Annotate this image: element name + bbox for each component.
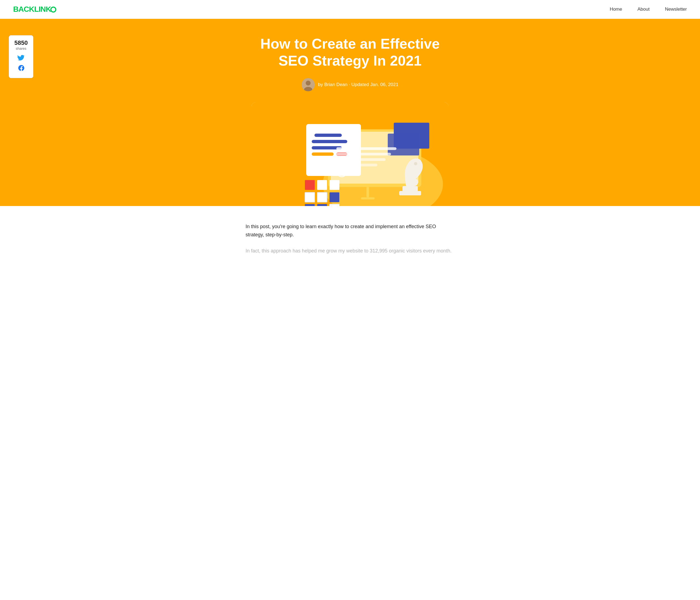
intro-paragraph: In this post, you're going to learn exac… [246, 223, 454, 239]
svg-rect-32 [305, 204, 315, 206]
nav-newsletter[interactable]: Newsletter [665, 6, 687, 12]
svg-rect-21 [367, 187, 369, 197]
hero-inner: How to Create an Effective SEO Strategy … [232, 35, 468, 206]
hero-illustration-wrapper [252, 102, 448, 206]
svg-rect-34 [329, 204, 339, 206]
share-label: shares [14, 47, 28, 51]
svg-rect-9 [312, 140, 347, 143]
svg-rect-28 [329, 180, 339, 190]
site-header: BACKLINK Home About Newsletter [0, 0, 700, 19]
hero-illustration [252, 102, 448, 206]
svg-rect-27 [317, 180, 327, 190]
svg-rect-26 [305, 180, 315, 190]
nav-home[interactable]: Home [610, 6, 622, 12]
hero-section: 5850 shares How to Create an Effective S… [0, 19, 700, 206]
svg-rect-22 [361, 197, 375, 200]
svg-rect-33 [317, 204, 327, 206]
logo[interactable]: BACKLINK [13, 5, 56, 14]
logo-text: BACKLINK [13, 5, 56, 14]
svg-point-1 [306, 81, 310, 85]
svg-point-20 [341, 171, 343, 173]
svg-rect-29 [305, 192, 315, 202]
author-line: by Brian Dean · Updated Jan. 06, 2021 [232, 78, 468, 91]
svg-rect-11 [312, 153, 333, 156]
svg-rect-23 [399, 191, 421, 195]
logo-o-icon [50, 6, 56, 12]
hero-title: How to Create an Effective SEO Strategy … [232, 35, 468, 70]
author-text: by Brian Dean · Updated Jan. 06, 2021 [318, 82, 398, 87]
twitter-icon [17, 53, 25, 62]
twitter-share-button[interactable] [14, 53, 28, 62]
svg-rect-14 [388, 134, 419, 155]
author-avatar [302, 78, 315, 91]
nav-about[interactable]: About [638, 6, 649, 12]
svg-rect-18 [336, 164, 377, 166]
share-sidebar: 5850 shares [9, 35, 33, 78]
svg-rect-15 [336, 147, 397, 150]
svg-point-25 [414, 162, 417, 165]
main-nav: Home About Newsletter [610, 6, 687, 12]
svg-rect-17 [336, 158, 385, 161]
facebook-share-button[interactable] [14, 64, 28, 72]
article-content: In this post, you're going to learn exac… [232, 206, 468, 274]
svg-rect-24 [402, 186, 418, 191]
secondary-paragraph: In fact, this approach has helped me gro… [246, 247, 454, 255]
svg-rect-30 [317, 192, 327, 202]
share-count: 5850 [14, 40, 28, 47]
svg-rect-31 [329, 192, 339, 202]
svg-rect-8 [315, 134, 342, 137]
facebook-icon [17, 64, 25, 72]
svg-rect-16 [336, 153, 391, 155]
